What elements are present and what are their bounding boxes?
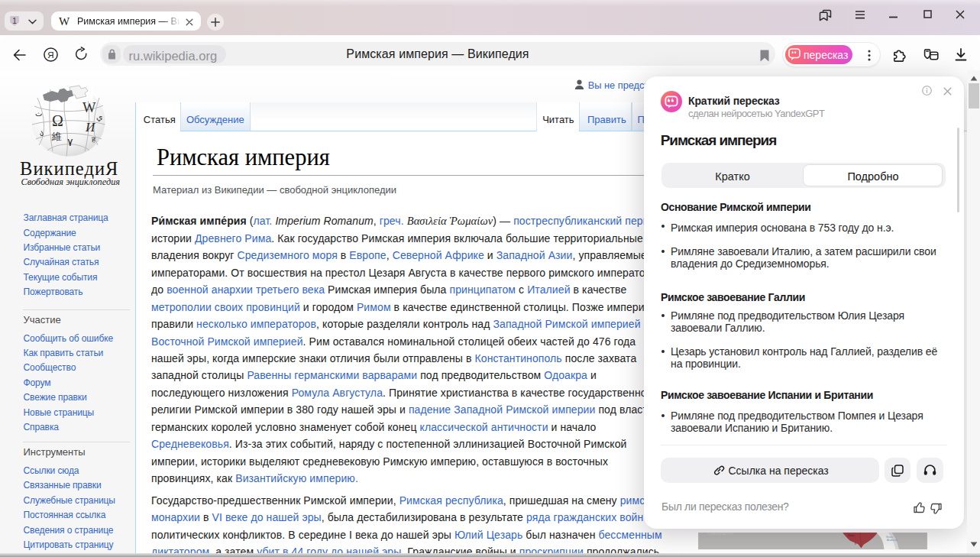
svg-text:ث: ث — [35, 109, 42, 118]
svg-text:Я: Я — [47, 50, 53, 60]
svg-text:И: И — [85, 120, 96, 134]
svg-text:٧: ٧ — [67, 137, 73, 148]
svg-text:ह: ह — [91, 135, 95, 144]
svg-text:ა: ა — [40, 129, 44, 138]
svg-text:維: 維 — [51, 131, 62, 142]
svg-text:Arabicus: Arabicus — [887, 539, 898, 542]
svg-text:Roma: Roma — [848, 534, 855, 537]
svg-text:W: W — [82, 100, 96, 115]
svg-text:Ω: Ω — [52, 112, 63, 129]
svg-text:OCEANVS ATLANTICVS: OCEANVS ATLANTICVS — [707, 533, 733, 536]
svg-text:Sinus: Sinus — [886, 535, 893, 538]
svg-text:1: 1 — [12, 16, 17, 24]
svg-text:ي: ي — [96, 112, 103, 121]
svg-text:It: It — [855, 542, 856, 545]
